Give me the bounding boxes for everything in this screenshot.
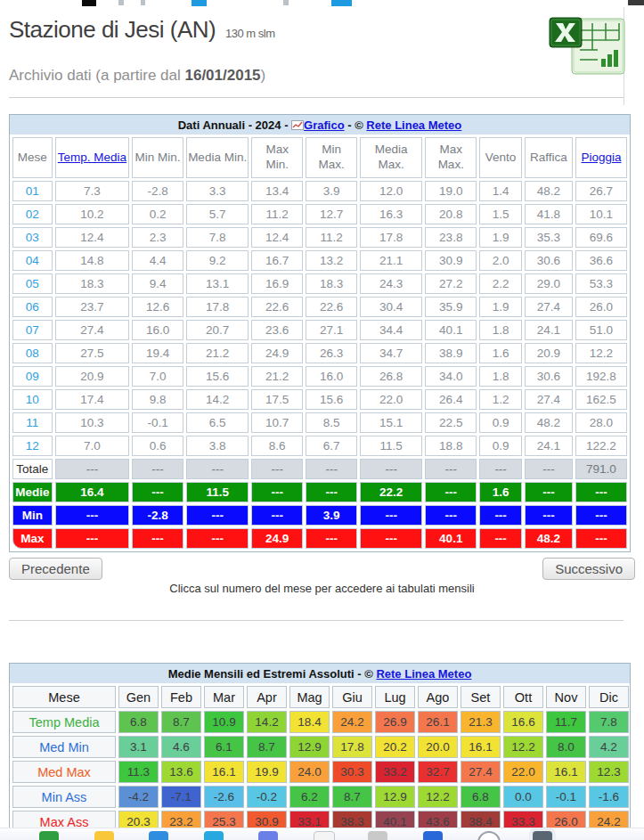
windows-taskbar[interactable] — [0, 828, 644, 840]
month-link-08[interactable]: 08 — [26, 347, 39, 360]
annual-row-05: 0518.39.413.116.918.324.327.22.229.053.3 — [12, 273, 627, 294]
month-link-01[interactable]: 01 — [26, 184, 39, 198]
data-cell: 3.9 — [306, 181, 357, 201]
data-cell: 7.0 — [132, 366, 183, 387]
data-cell: 18.3 — [55, 273, 129, 294]
data-cell: 12.4 — [55, 227, 129, 248]
excel-export-icon[interactable] — [548, 12, 628, 78]
summary-cell: 3.9 — [306, 505, 357, 526]
monthly-col-nov: Nov — [546, 686, 586, 708]
annual-row-02: 0210.20.25.711.212.716.320.81.541.810.1 — [12, 204, 627, 224]
edge-icon[interactable] — [149, 831, 168, 840]
data-cell: 27.4 — [525, 297, 573, 317]
summary-cell: --- — [479, 459, 522, 479]
data-cell: 20.9 — [55, 366, 129, 387]
data-cell: 16.7 — [251, 250, 303, 271]
summary-cell: --- — [425, 459, 477, 479]
summary-cell: --- — [306, 459, 357, 479]
rete-linea-meteo-link[interactable]: Rete Linea Meteo — [376, 667, 471, 681]
data-cell: 18.8 — [425, 436, 477, 456]
data-cell: 27.2 — [425, 273, 477, 294]
annual-table-title: Dati Annuali - 2024 - Grafico - © Rete L… — [10, 115, 630, 135]
circle-app-icon[interactable] — [477, 831, 501, 840]
plus-app-icon[interactable] — [368, 831, 387, 840]
month-link-11[interactable]: 11 — [26, 416, 38, 429]
month-link-03[interactable]: 03 — [26, 231, 39, 244]
heat-cell: 11.7 — [546, 711, 586, 733]
summary-cell: --- — [575, 528, 627, 549]
data-cell: 9.4 — [132, 273, 183, 294]
month-link-05[interactable]: 05 — [26, 277, 39, 290]
pioggia-link[interactable]: Pioggia — [581, 151, 621, 164]
data-cell: 41.8 — [525, 204, 573, 224]
folder-icon[interactable] — [94, 831, 114, 840]
annual-row-11: 1110.3-0.16.510.78.515.122.50.948.228.0 — [12, 412, 627, 433]
month-link-02[interactable]: 02 — [26, 208, 39, 221]
heat-cell: 8.7 — [161, 711, 201, 733]
month-link-06[interactable]: 06 — [26, 300, 39, 314]
heat-cell: 7.8 — [589, 711, 629, 733]
data-cell: 7.8 — [186, 227, 249, 248]
annual-summary-totale: Totale---------------------------791.0 — [12, 459, 627, 479]
monthly-col-dic: Dic — [589, 686, 629, 708]
month-link-12[interactable]: 12 — [26, 439, 39, 453]
browser-ui-fragment — [331, 0, 352, 6]
data-cell: 17.4 — [55, 389, 129, 410]
data-cell: 16.0 — [306, 366, 357, 387]
month-link-07[interactable]: 07 — [26, 323, 39, 337]
start-icon[interactable] — [39, 831, 59, 840]
grafico-link[interactable]: Grafico — [304, 118, 345, 132]
annual-row-08: 0827.519.421.224.926.334.738.91.620.912.… — [12, 343, 627, 363]
teams-icon[interactable] — [204, 831, 224, 840]
data-cell: 24.9 — [251, 343, 303, 363]
word-icon[interactable] — [423, 831, 443, 840]
active-app-icon[interactable] — [533, 831, 552, 840]
month-link-09[interactable]: 09 — [26, 370, 39, 383]
rete-linea-meteo-link[interactable]: Rete Linea Meteo — [366, 118, 461, 132]
annual-col-min-max: Min Max. — [306, 137, 357, 178]
divider — [9, 620, 624, 621]
data-cell: 2.3 — [132, 227, 183, 248]
heat-cell: 20.2 — [375, 736, 415, 758]
heat-cell: 24.0 — [289, 761, 330, 783]
next-button[interactable]: Successivo — [542, 558, 635, 580]
monthly-table-title: Medie Mensili ed Estremi Assoluti - © Re… — [10, 664, 630, 683]
browser-ui-strip — [0, 0, 644, 7]
month-cell: 02 — [12, 204, 53, 224]
monthly-extremes-table: Medie Mensili ed Estremi Assoluti - © Re… — [9, 663, 631, 840]
temp-media-link[interactable]: Temp. Media — [58, 151, 126, 164]
annual-header-row: MeseTemp. MediaMin Min.Media Min.Max Min… — [12, 137, 627, 178]
summary-cell: --- — [479, 505, 522, 526]
annual-col-media-min: Media Min. — [186, 137, 249, 178]
monthly-header-row: MeseGenFebMarAprMagGiuLugAgoSetOttNovDic — [12, 686, 629, 708]
monthly-row-label: Min Ass — [12, 786, 116, 808]
monthly-row-label: Med Max — [12, 761, 116, 783]
data-cell: 20.8 — [425, 204, 477, 224]
annual-row-10: 1017.49.814.217.515.622.026.41.227.4162.… — [12, 389, 627, 410]
notepad-icon[interactable] — [314, 831, 335, 840]
data-cell: 24.1 — [525, 436, 573, 456]
annual-summary-minrow: Min----2.8------3.9--------------- — [12, 505, 627, 526]
month-link-10[interactable]: 10 — [26, 393, 39, 406]
data-cell: 6.7 — [306, 436, 357, 456]
previous-button[interactable]: Precedente — [9, 558, 102, 580]
heat-cell: -2.6 — [204, 786, 244, 808]
heat-cell: 3.1 — [118, 736, 159, 758]
app-blue-violet-icon[interactable] — [258, 831, 278, 840]
summary-cell: 16.4 — [55, 482, 129, 502]
data-cell: 0.2 — [132, 204, 183, 224]
data-cell: 34.7 — [360, 343, 422, 363]
annual-col-vento: Vento — [479, 137, 522, 178]
monthly-col-mese: Mese — [12, 686, 116, 708]
data-cell: 27.4 — [525, 389, 573, 410]
data-cell: 22.0 — [360, 389, 422, 410]
annual-summary-maxrow: Max---------24.9------40.1---48.2--- — [12, 528, 627, 549]
data-cell: 6.5 — [186, 412, 249, 433]
month-link-04[interactable]: 04 — [26, 254, 39, 267]
annual-data-table: Dati Annuali - 2024 - Grafico - © Rete L… — [9, 114, 631, 552]
heat-cell: 24.2 — [332, 711, 372, 733]
mini-chart-icon — [291, 118, 304, 132]
data-cell: 4.4 — [132, 250, 183, 271]
data-cell: 3.3 — [186, 181, 249, 201]
heat-cell: 27.4 — [461, 761, 501, 783]
